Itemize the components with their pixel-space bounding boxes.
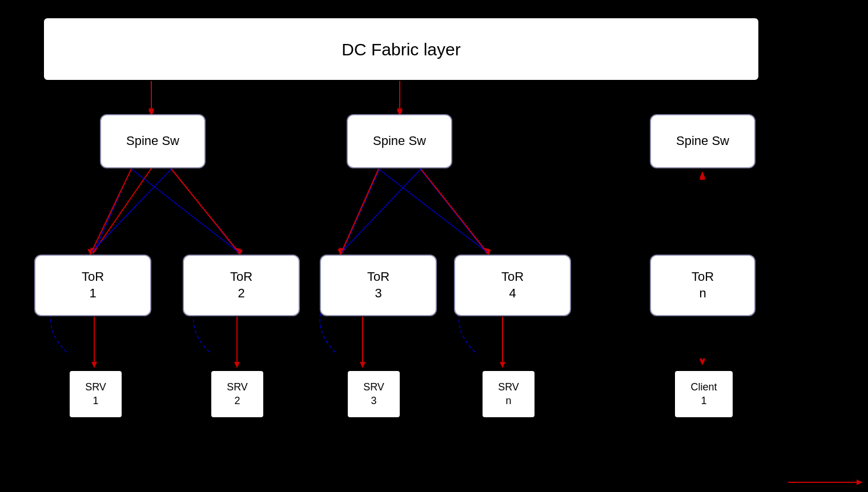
tor2-label: ToR2 (230, 269, 252, 301)
srv-1-node: SRV1 (69, 370, 123, 418)
tor-3-node: ToR3 (320, 255, 437, 316)
svg-line-33 (341, 169, 379, 252)
srv-n-node: SRVn (481, 370, 536, 418)
tor-2-node: ToR2 (183, 255, 300, 316)
svg-marker-14 (483, 248, 489, 254)
srv2-label: SRV2 (227, 381, 248, 408)
tor1-label: ToR1 (82, 269, 104, 301)
client-1-node: Client1 (674, 370, 734, 418)
srv1-label: SRV1 (85, 381, 106, 408)
svg-marker-28 (857, 479, 862, 485)
spine3-label: Spine Sw (676, 133, 729, 150)
svg-marker-6 (90, 248, 97, 254)
svg-line-9 (94, 168, 151, 251)
svg-line-29 (91, 169, 131, 252)
svg-line-7 (171, 168, 237, 251)
diagram: DC Fabric layer Spine Sw Spine Sw Spine … (0, 0, 868, 492)
torn-label: ToRn (692, 269, 714, 301)
svg-marker-16 (91, 362, 97, 368)
svg-marker-24 (700, 358, 705, 364)
svg-marker-1 (148, 108, 154, 114)
svg-line-39 (379, 169, 487, 252)
svg-line-35 (421, 169, 487, 252)
svg-line-40 (341, 169, 421, 252)
tor-4-node: ToR4 (454, 255, 571, 316)
spine-sw-2-node: Spine Sw (347, 114, 452, 168)
srv3-label: SRV3 (363, 381, 384, 408)
svg-marker-49 (700, 360, 705, 365)
svg-marker-18 (234, 362, 240, 368)
spine1-label: Spine Sw (126, 133, 179, 150)
srv-2-node: SRV2 (210, 370, 264, 418)
spine-sw-1-node: Spine Sw (100, 114, 206, 168)
client1-label: Client1 (690, 381, 717, 408)
svg-line-5 (94, 168, 131, 251)
svg-marker-10 (90, 248, 97, 254)
svg-line-37 (131, 169, 239, 252)
svg-line-11 (343, 168, 380, 251)
svg-marker-12 (339, 248, 345, 254)
srvn-label: SRVn (498, 381, 519, 408)
tor3-label: ToR3 (367, 269, 389, 301)
svg-marker-22 (500, 362, 505, 368)
svg-line-13 (420, 168, 485, 251)
spine2-label: Spine Sw (373, 133, 426, 150)
srv-3-node: SRV3 (347, 370, 401, 418)
svg-marker-26 (700, 171, 705, 178)
fabric-layer-node: DC Fabric layer (43, 17, 760, 81)
svg-marker-47 (700, 173, 705, 180)
fabric-label: DC Fabric layer (341, 38, 460, 61)
svg-marker-20 (360, 362, 365, 368)
spine-sw-3-node: Spine Sw (650, 114, 756, 168)
svg-line-38 (91, 169, 171, 252)
tor4-label: ToR4 (501, 269, 524, 301)
svg-marker-8 (234, 248, 241, 254)
svg-marker-3 (397, 108, 403, 114)
svg-line-31 (171, 169, 239, 252)
tor-n-node: ToRn (650, 255, 756, 316)
tor-1-node: ToR1 (34, 255, 151, 316)
